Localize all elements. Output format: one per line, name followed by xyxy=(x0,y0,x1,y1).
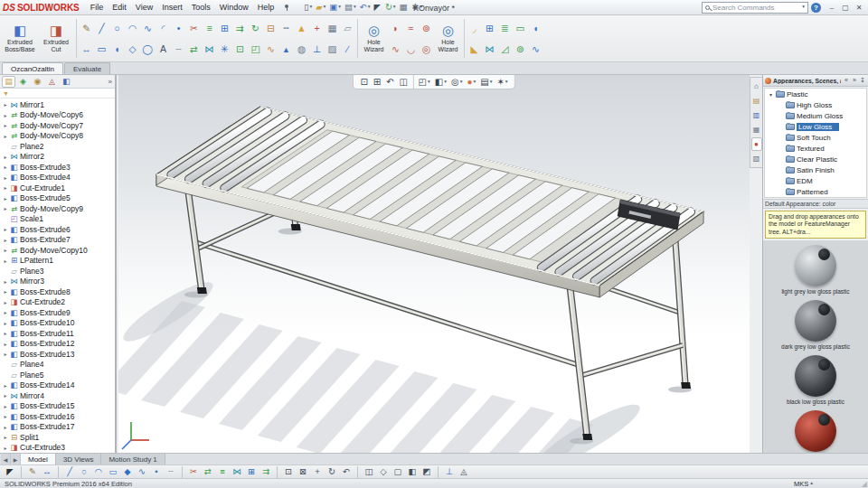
ellipse-tool-button[interactable]: ◯ xyxy=(140,39,156,60)
feature-tree-item[interactable]: ▸ ◧ Boss-Extrude12 xyxy=(0,339,115,350)
expand-arrow-icon[interactable]: ▸ xyxy=(2,445,9,451)
expand-arrow-icon[interactable]: ▸ xyxy=(2,184,9,191)
sketch-fillet-button[interactable]: ◜ xyxy=(156,18,171,39)
extruded-cut-button[interactable]: ◨ Extruded Cut xyxy=(38,16,74,61)
feature-tree-item[interactable]: ▸ ⇄ Body-Move/Copy9 xyxy=(0,203,115,214)
expand-arrow-icon[interactable]: ▸ xyxy=(2,299,9,305)
menu-item[interactable]: Help xyxy=(253,2,279,13)
propertymanager-tab[interactable]: ◈ xyxy=(16,76,30,88)
revolved-boss-button[interactable]: ◖ xyxy=(528,18,543,39)
feature-tree-item[interactable]: ▸ ◧ Boss-Extrude3 xyxy=(0,162,115,173)
pin-taskpane-button[interactable]: ↧ xyxy=(859,77,866,84)
expand-arrow-icon[interactable]: ▸ xyxy=(2,434,9,440)
spline-tool-button[interactable]: ∿ xyxy=(140,18,156,39)
custom-properties-tab[interactable]: ▧ xyxy=(751,152,762,165)
expand-arrow-icon[interactable]: ▸ xyxy=(2,195,9,202)
shell-feature-button[interactable]: ▭ xyxy=(513,18,528,39)
menu-item[interactable]: View xyxy=(131,2,157,13)
circle-tool-button[interactable]: ○ xyxy=(77,466,91,478)
material-swatch[interactable]: dark grey low gloss plastic xyxy=(781,300,850,351)
graphics-area[interactable]: ⊡ ⊞ ↶ ◫ ◰ xyxy=(118,75,750,453)
expand-arrow-icon[interactable]: ▸ xyxy=(2,112,9,118)
feature-tree-item[interactable]: ▸ ⋈ Mirror3 xyxy=(0,277,115,287)
previous-view-button[interactable]: ↶ xyxy=(384,75,397,89)
pin-menu-icon[interactable] xyxy=(283,4,290,12)
wireframe-display-button[interactable]: ◇ xyxy=(376,466,391,478)
zoom-to-fit-button[interactable]: ⊡ xyxy=(358,75,371,89)
mirror-feature-button[interactable]: ⋈ xyxy=(482,39,497,60)
scale-entities-button[interactable]: ◰ xyxy=(248,39,263,60)
expand-arrow-icon[interactable]: ▸ xyxy=(2,154,9,160)
shadows-display-button[interactable]: ◩ xyxy=(420,466,434,478)
quick-snaps-button[interactable]: ⊥ xyxy=(309,39,325,60)
instant-2d-button[interactable]: ▲ xyxy=(294,18,309,39)
feature-tree-item[interactable]: ▸ ◧ Boss-Extrude10 xyxy=(0,318,115,329)
section-view-button[interactable]: ◫ xyxy=(357,466,376,478)
feature-tree-item[interactable]: ▸ ◧ Boss-Extrude17 xyxy=(0,422,115,433)
hidden-lines-display-button[interactable]: ▢ xyxy=(391,466,405,478)
feature-tree-item[interactable]: ▱ Plane4 xyxy=(0,360,115,371)
view-tab[interactable]: 3D Views xyxy=(56,454,102,465)
straight-slot-button[interactable]: ◖ xyxy=(109,39,125,60)
feature-tree-item[interactable]: ▸ ◨ Cut-Extrude3 xyxy=(0,443,115,454)
feature-tree-item[interactable]: ▸ ⊟ Split1 xyxy=(0,432,115,443)
expand-arrow-icon[interactable]: ▸ xyxy=(2,424,9,430)
sketch-button[interactable]: ✎ xyxy=(79,18,94,39)
expand-arrow-icon[interactable]: ▸ xyxy=(2,122,9,128)
expand-arrow-icon[interactable]: ▸ xyxy=(2,392,9,399)
circular-sketch-pattern-button[interactable]: ✳ xyxy=(217,39,232,60)
swept-boss-button[interactable]: ∿ xyxy=(528,39,543,60)
feature-tree-item[interactable]: ▸ ⊞ LPattern1 xyxy=(0,256,115,267)
search-input[interactable] xyxy=(712,4,799,12)
commandmanager-tab[interactable]: OzcanOzaltin xyxy=(2,62,63,74)
design-library-tab[interactable]: ▤ xyxy=(751,94,762,108)
select-button[interactable]: ◤ xyxy=(373,1,383,14)
rib-feature-button[interactable]: ≣ xyxy=(497,18,513,39)
undo-button[interactable]: ↶ ▾ xyxy=(358,1,373,14)
move-entities-button[interactable]: ⇉ xyxy=(232,18,248,39)
featuremanager-tree-tab[interactable]: ▤ xyxy=(2,76,15,88)
reference-axis-button[interactable]: ∕ xyxy=(340,39,355,60)
zoom-to-area-button[interactable]: ⊞ xyxy=(371,75,383,89)
isometric-view-button[interactable]: ◬ xyxy=(457,466,471,478)
sketch-text-button[interactable]: A xyxy=(156,39,171,60)
material-sphere[interactable] xyxy=(795,355,836,397)
display-delete-relations-button[interactable]: ◍ xyxy=(294,39,309,60)
file-properties-button[interactable]: ▦ xyxy=(398,1,410,14)
thread-feature-button[interactable]: ⊚ xyxy=(419,18,434,39)
extruded-boss-base-button[interactable]: ◧ Extruded Boss/Base xyxy=(2,16,38,61)
view-tab[interactable]: Motion Study 1 xyxy=(101,454,165,465)
sketch-picture-button[interactable]: ▨ xyxy=(325,39,340,60)
point-tool-button[interactable]: • xyxy=(149,466,164,478)
circle-tool-button[interactable]: ○ xyxy=(109,18,125,39)
file-explorer-tab[interactable]: ▥ xyxy=(751,108,762,122)
appearance-folder-item[interactable]: Clear Plastic xyxy=(765,154,866,164)
fillet-feature-button[interactable]: ◞ xyxy=(467,18,482,39)
expand-arrow-icon[interactable]: ▸ xyxy=(2,101,9,108)
menu-item[interactable]: Insert xyxy=(157,2,187,13)
open-document-button[interactable]: ▰ ▾ xyxy=(314,1,327,14)
repair-sketch-button[interactable]: + xyxy=(309,18,325,39)
polygon-tool-button[interactable]: ◇ xyxy=(125,39,140,60)
view-palette-tab[interactable]: ▦ xyxy=(751,123,762,136)
tree-filter-bar[interactable]: ▼ xyxy=(0,89,115,99)
revolved-cut-button[interactable]: ◗ xyxy=(388,18,403,39)
configurationmanager-tab[interactable]: ◉ xyxy=(31,76,44,88)
expand-arrow-icon[interactable]: ▸ xyxy=(2,413,9,419)
feature-tree-item[interactable]: ▱ Plane5 xyxy=(0,370,115,380)
menu-item[interactable]: Window xyxy=(215,2,253,13)
trim-entities-button[interactable]: ✂ xyxy=(182,466,201,478)
simple-hole-button[interactable]: ◎ xyxy=(419,39,434,60)
reference-plane-button[interactable]: ▱ xyxy=(340,18,355,39)
material-swatch[interactable]: black low gloss plastic xyxy=(787,355,844,406)
feature-tree-item[interactable]: ▸ ⋈ Mirror4 xyxy=(0,390,115,401)
lofted-cut-button[interactable]: ≈ xyxy=(403,18,419,39)
scroll-tabs-left-button[interactable]: ◀ xyxy=(1,454,11,465)
linear-sketch-pattern-button[interactable]: ⊞ xyxy=(217,18,232,39)
commandmanager-tab[interactable]: Evaluate xyxy=(64,62,110,74)
offset-entities-button[interactable]: ≡ xyxy=(215,466,230,478)
apply-scene-button[interactable]: ▤ ▾ xyxy=(478,75,495,89)
dimxpertmanager-tab[interactable]: ◬ xyxy=(45,76,59,88)
draft-feature-button[interactable]: ◿ xyxy=(497,39,513,60)
linear-pattern-button[interactable]: ⊞ xyxy=(482,18,497,39)
